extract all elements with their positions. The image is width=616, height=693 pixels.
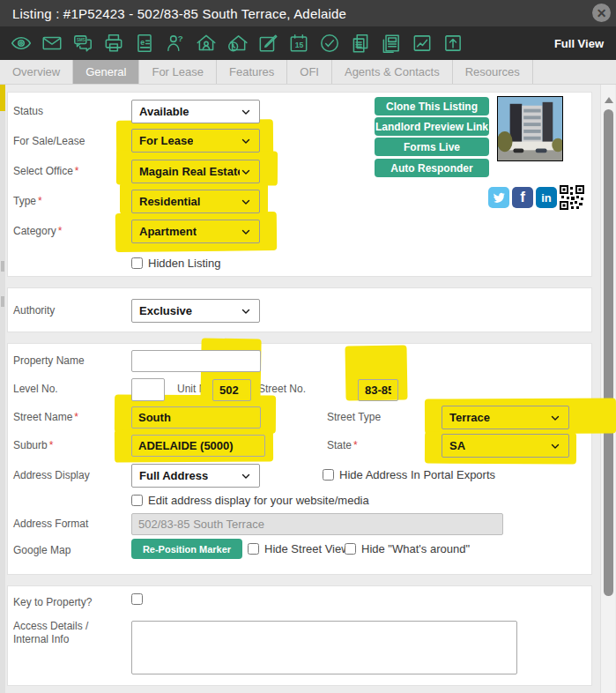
- scroll-up-arrow-icon[interactable]: [605, 97, 613, 103]
- email-envelope-icon[interactable]: [40, 31, 64, 56]
- key-to-property-checkbox[interactable]: [131, 593, 148, 605]
- chevron-down-icon: [240, 305, 252, 317]
- hide-address-portal-checkbox[interactable]: Hide Address In Portal Exports: [323, 468, 495, 481]
- address-display-label: Address Display: [13, 469, 90, 481]
- full-view-button[interactable]: Full View: [554, 37, 604, 50]
- authority-select[interactable]: Exclusive: [131, 299, 260, 323]
- suburb-label: Suburb*: [13, 439, 53, 451]
- listing-modal: Listing : #1P52423 - 502/83-85 South Ter…: [0, 0, 616, 693]
- access-section: Key to Property? Access Details / Intern…: [7, 585, 592, 686]
- chevron-down-icon: [240, 226, 252, 238]
- hide-whats-around-checkbox[interactable]: Hide "What's around": [345, 542, 470, 555]
- scrollbar-thumb[interactable]: [604, 109, 613, 596]
- chevron-down-icon: [549, 440, 561, 452]
- copy-documents-icon[interactable]: [348, 31, 373, 56]
- tab-general[interactable]: General: [73, 60, 139, 84]
- svg-text:SMS: SMS: [77, 38, 85, 42]
- reposition-marker-button[interactable]: Re-Position Marker: [131, 539, 242, 559]
- preview-eye-icon[interactable]: [9, 31, 33, 56]
- svg-text:15: 15: [295, 41, 304, 49]
- brochure-stack-icon[interactable]: [379, 31, 404, 56]
- type-select[interactable]: Residential: [131, 190, 260, 213]
- address-format-label: Address Format: [13, 518, 88, 530]
- category-select[interactable]: Apartment: [131, 220, 260, 243]
- street-no-label: Street No.: [258, 383, 306, 395]
- hide-street-view-checkbox-input[interactable]: [248, 543, 259, 555]
- google-map-label: Google Map: [13, 544, 71, 556]
- chevron-down-icon: [240, 196, 252, 208]
- address-format-input: [131, 513, 503, 535]
- property-name-input[interactable]: [131, 350, 261, 372]
- tab-ofi[interactable]: OFI: [287, 60, 332, 84]
- close-icon[interactable]: ✕: [592, 4, 611, 22]
- facebook-icon[interactable]: f: [512, 187, 533, 208]
- modal-titlebar: Listing : #1P52423 - 502/83-85 South Ter…: [0, 0, 616, 26]
- background-page-edge: [0, 85, 5, 693]
- edit-pencil-icon[interactable]: [256, 31, 280, 56]
- forms-live-button[interactable]: Forms Live: [375, 138, 489, 156]
- status-select[interactable]: Available: [131, 100, 260, 123]
- state-select[interactable]: SA: [442, 434, 569, 458]
- street-name-label: Street Name*: [13, 411, 78, 423]
- suburb-input[interactable]: [131, 435, 265, 457]
- access-details-textarea[interactable]: [131, 621, 517, 674]
- auto-responder-button[interactable]: Auto Responder: [375, 159, 489, 177]
- for-sale-lease-select[interactable]: For Lease: [131, 129, 260, 153]
- print-icon[interactable]: [101, 31, 126, 56]
- property-photo-thumbnail[interactable]: [497, 96, 563, 161]
- unit-no-input[interactable]: [212, 379, 251, 401]
- access-details-label: Access Details / Internal Info: [13, 620, 121, 646]
- listing-tabbar: Overview General For Lease Features OFI …: [0, 60, 616, 85]
- hide-whats-around-checkbox-input[interactable]: [345, 543, 356, 555]
- select-office-select[interactable]: Magain Real Estate - Cit: [131, 160, 260, 183]
- clone-listing-button[interactable]: Clone This Listing: [375, 97, 489, 116]
- level-no-input[interactable]: [131, 378, 165, 401]
- tab-for-lease[interactable]: For Lease: [139, 60, 217, 84]
- qr-code-icon[interactable]: [560, 185, 584, 210]
- chevron-down-icon: [240, 106, 252, 118]
- tab-overview[interactable]: Overview: [0, 60, 73, 84]
- type-label: Type*: [13, 195, 42, 207]
- status-section: Status Available For Sale/Lease For Leas…: [7, 92, 592, 277]
- hidden-listing-checkbox-input[interactable]: [131, 257, 143, 269]
- approve-check-circle-icon[interactable]: [317, 31, 342, 56]
- landlord-preview-link-button[interactable]: Landlord Preview Link: [375, 117, 489, 136]
- calendar-icon[interactable]: 15: [286, 31, 311, 56]
- linkedin-icon[interactable]: in: [536, 187, 557, 208]
- street-no-input[interactable]: [358, 379, 398, 401]
- enquiry-person-icon[interactable]: ?: [163, 31, 188, 56]
- hidden-listing-checkbox[interactable]: Hidden Listing: [131, 257, 220, 270]
- svg-text:e: e: [140, 38, 145, 47]
- key-to-property-label: Key to Property?: [13, 596, 92, 608]
- e-brochure-document-icon[interactable]: e: [132, 31, 157, 56]
- status-label: Status: [13, 105, 43, 117]
- general-tab-content: Status Available For Sale/Lease For Leas…: [0, 85, 616, 693]
- street-name-input[interactable]: [131, 406, 261, 428]
- for-sale-lease-label: For Sale/Lease: [13, 135, 85, 147]
- edit-address-display-checkbox[interactable]: Edit address display for your website/me…: [131, 494, 369, 507]
- hide-street-view-checkbox[interactable]: Hide Street View: [248, 542, 350, 555]
- street-type-label: Street Type: [327, 411, 381, 423]
- upload-icon[interactable]: [441, 31, 465, 56]
- street-type-select[interactable]: Terrace: [442, 406, 569, 429]
- state-label: State*: [327, 439, 358, 451]
- twitter-icon[interactable]: [488, 187, 509, 208]
- hide-address-portal-checkbox-input[interactable]: [323, 469, 334, 481]
- vertical-scrollbar[interactable]: [600, 85, 615, 693]
- key-to-property-checkbox-input[interactable]: [131, 593, 143, 605]
- inspection-house-clock-icon[interactable]: [225, 31, 249, 56]
- edit-address-display-checkbox-input[interactable]: [131, 495, 143, 506]
- category-label: Category*: [13, 225, 62, 237]
- chevron-down-icon: [549, 412, 561, 424]
- tab-features[interactable]: Features: [217, 60, 287, 84]
- tab-agents-contacts[interactable]: Agents & Contacts: [332, 60, 453, 84]
- statistics-chart-icon[interactable]: [410, 31, 434, 56]
- chevron-down-icon: [240, 166, 252, 178]
- property-name-label: Property Name: [13, 354, 85, 367]
- chevron-down-icon: [240, 135, 252, 147]
- tab-resources[interactable]: Resources: [453, 60, 533, 84]
- select-office-label: Select Office*: [13, 165, 78, 177]
- open-home-person-icon[interactable]: [194, 31, 219, 56]
- address-display-select[interactable]: Full Address: [131, 464, 260, 488]
- sms-message-icon[interactable]: SMS: [71, 31, 95, 56]
